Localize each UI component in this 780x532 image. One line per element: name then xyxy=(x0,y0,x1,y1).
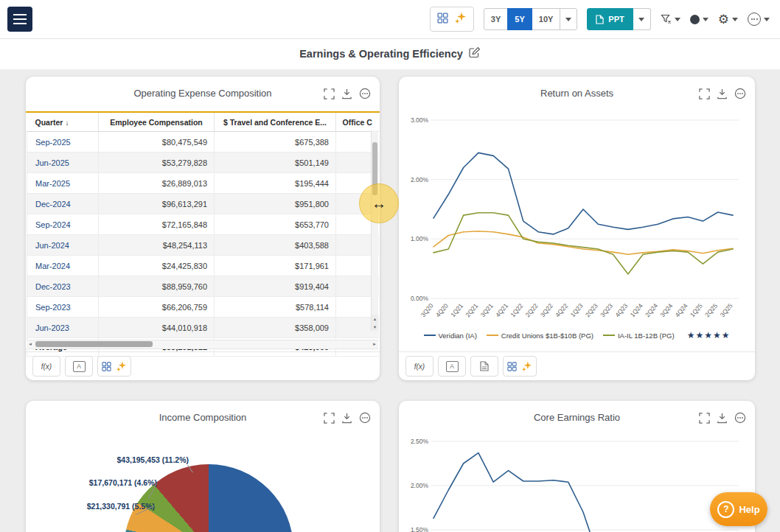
table-row[interactable]: Dec-2024$96,613,291$951,800 xyxy=(27,194,379,214)
theme-button[interactable] xyxy=(690,15,708,24)
download-icon[interactable] xyxy=(717,88,728,99)
report-tool-button[interactable] xyxy=(470,356,498,377)
grid-icon xyxy=(102,362,111,371)
card-income-composition: Income Composition $43,195,453 (11.2%) $… xyxy=(26,401,380,532)
more-options-button[interactable] xyxy=(748,13,770,26)
grid-icon xyxy=(437,13,448,24)
expand-icon[interactable] xyxy=(324,88,335,99)
income-pie-chart xyxy=(124,464,293,532)
table-cell: $88,959,760 xyxy=(99,276,215,297)
table-row[interactable]: Dec-2023$88,959,760$919,404 xyxy=(27,276,379,297)
x-tick-label: 1Q22 xyxy=(509,302,524,319)
table-row[interactable]: Sep-2024$72,165,848$653,770 xyxy=(27,214,379,235)
column-header-office[interactable]: Office C xyxy=(336,113,379,132)
x-tick-label: 1Q24 xyxy=(629,302,644,319)
legend-item[interactable]: IA-IL 1B-12B (PG) xyxy=(603,332,675,340)
time-range-5y[interactable]: 5Y xyxy=(507,8,532,30)
card-more-icon[interactable] xyxy=(359,412,371,424)
x-tick-label: 4Q20 xyxy=(434,302,450,319)
time-range-caret-button[interactable] xyxy=(560,8,577,30)
sparkles-icon xyxy=(455,12,467,24)
card-more-icon[interactable] xyxy=(734,88,746,99)
filter-button[interactable] xyxy=(661,14,680,24)
ai-tools-button[interactable] xyxy=(97,356,131,377)
scrollbar-thumb[interactable] xyxy=(35,341,153,347)
table-cell: $195,444 xyxy=(215,173,336,194)
export-caret-button[interactable] xyxy=(633,8,651,30)
page-header: Earnings & Operating Efficiency xyxy=(0,38,780,69)
x-tick-label: 4Q21 xyxy=(494,302,509,319)
card-header: Core Earnings Ratio xyxy=(399,401,755,435)
x-tick-label: 2Q21 xyxy=(464,302,479,319)
x-tick-label: 4Q24 xyxy=(674,302,689,319)
legend-label: IA-IL 1B-12B (PG) xyxy=(618,332,675,340)
x-tick-label: 2Q23 xyxy=(584,302,599,319)
scroll-down-button[interactable]: ▼ xyxy=(372,323,378,331)
x-tick-label: 3Q23 xyxy=(599,302,614,319)
card-actions xyxy=(324,412,371,424)
column-header-quarter[interactable]: Quarter↓ xyxy=(27,113,99,132)
card-actions xyxy=(324,88,371,99)
scroll-left-button[interactable]: ◄ xyxy=(27,340,34,348)
annotation-tool-button[interactable]: A xyxy=(438,356,466,377)
vertical-scrollbar[interactable]: ▲ ▼ xyxy=(371,130,378,331)
table-row[interactable]: Sep-2023$66,206,759$578,114 xyxy=(27,297,379,318)
line-chart-svg: 3.00%2.00%1.00%0.00%3Q204Q201Q212Q213Q21… xyxy=(406,111,748,332)
formula-tool-button[interactable]: f(x) xyxy=(405,356,433,377)
question-icon: ? xyxy=(717,501,734,518)
card-core-earnings-ratio: Core Earnings Ratio 2.50%2.00%1.50%3Q204… xyxy=(399,401,755,532)
expand-icon[interactable] xyxy=(324,413,335,424)
grid-view-button[interactable] xyxy=(437,13,448,27)
x-tick-label: 3Q22 xyxy=(539,302,554,319)
ai-sparkles-button[interactable] xyxy=(455,12,467,27)
time-range-3y[interactable]: 3Y xyxy=(484,8,508,30)
toolbar-actions: 3Y 5Y 10Y PPT xyxy=(430,7,770,32)
scroll-up-button[interactable]: ▲ xyxy=(372,315,378,323)
legend-item[interactable]: Credit Unions $1B-$10B (PG) xyxy=(487,332,593,340)
card-more-icon[interactable] xyxy=(359,88,371,99)
table-cell: $403,588 xyxy=(215,235,336,256)
annotation-tool-button[interactable]: A xyxy=(65,356,93,377)
table-row[interactable]: Jun-2024$48,254,113$403,588 xyxy=(27,235,379,256)
chevron-down-icon xyxy=(638,18,644,21)
download-icon[interactable] xyxy=(717,413,728,424)
y-tick-label: 3.00% xyxy=(411,116,429,124)
column-header-travel-conference[interactable]: $ Travel and Conference E... xyxy=(215,113,336,132)
table-cell: Sep-2023 xyxy=(27,297,99,318)
horizontal-scrollbar[interactable]: ◄ ► xyxy=(27,340,378,349)
table-cell: $358,009 xyxy=(215,318,336,338)
time-range-10y[interactable]: 10Y xyxy=(532,8,561,30)
table-cell: Dec-2024 xyxy=(27,194,99,214)
table-cell: $66,206,759 xyxy=(99,297,215,318)
download-icon[interactable] xyxy=(341,413,352,424)
series-line xyxy=(433,231,733,255)
chevron-down-icon xyxy=(764,18,770,21)
export-ppt-button[interactable]: PPT xyxy=(587,8,633,30)
table-row[interactable]: Jun-2025$53,279,828$501,149 xyxy=(27,153,379,173)
legend-swatch xyxy=(603,335,615,336)
pie-label: $17,670,171 (4.6%) xyxy=(89,478,157,487)
card-header: Return on Assets xyxy=(399,77,755,111)
card-toolbar: f(x) A xyxy=(26,351,380,380)
menu-button[interactable] xyxy=(7,7,32,32)
table-header-row: Quarter↓ Employee Compensation $ Travel … xyxy=(27,113,379,132)
edit-title-button[interactable] xyxy=(469,46,481,61)
pie-label: $43,195,453 (11.2%) xyxy=(117,455,189,464)
legend-label: Veridian (IA) xyxy=(439,332,477,340)
ai-tools-button[interactable] xyxy=(503,356,537,377)
help-button[interactable]: ? Help xyxy=(710,492,767,526)
table-row[interactable]: Jun-2023$44,010,918$358,009 xyxy=(27,318,379,338)
table-row[interactable]: Mar-2024$24,425,830$171,961 xyxy=(27,256,379,276)
x-tick-label: 2Q25 xyxy=(703,302,719,319)
formula-tool-button[interactable]: f(x) xyxy=(32,356,60,377)
scroll-right-button[interactable]: ► xyxy=(371,340,378,348)
expand-icon[interactable] xyxy=(699,88,710,99)
download-icon[interactable] xyxy=(341,88,352,99)
card-more-icon[interactable] xyxy=(734,412,746,424)
legend-item[interactable]: Veridian (IA) xyxy=(424,332,477,340)
column-header-employee-compensation[interactable]: Employee Compensation xyxy=(99,113,215,132)
settings-button[interactable]: ⚙ xyxy=(718,13,738,26)
table-row[interactable]: Mar-2025$26,889,013$195,444 xyxy=(27,173,379,194)
expand-icon[interactable] xyxy=(699,413,710,424)
table-row[interactable]: Sep-2025$80,475,549$675,388 xyxy=(27,132,379,153)
